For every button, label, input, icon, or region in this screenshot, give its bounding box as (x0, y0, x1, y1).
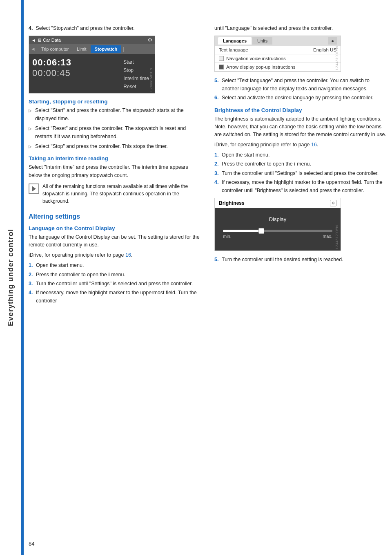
lang-arrow-checkbox[interactable] (219, 65, 224, 69)
sw-nav-right: | (121, 46, 126, 52)
sw-time-sub: 00:00:45 (32, 68, 117, 78)
section-altering-heading: Altering settings (29, 213, 202, 220)
lang-tab-languages[interactable]: Languages (218, 37, 252, 45)
note-box: All of the remaining functions remain av… (29, 183, 202, 205)
idrive-link-lang[interactable]: 16 (125, 252, 131, 258)
sw-menu-interim[interactable]: Interim time (121, 75, 151, 82)
bright-display-label: Display (223, 216, 332, 222)
language-para1: The language of the Control Display can … (29, 233, 202, 249)
main-content: 4. Select "Stopwatch" and press the cont… (29, 25, 388, 530)
lang-topbar: Languages Units ● (215, 36, 341, 46)
bright-step4: 4.If necessary, move the highlight marke… (214, 179, 388, 195)
lang-row-arrow: Arrow display pop-up instructions (215, 63, 341, 72)
bright-slider-labels: min. max. (223, 234, 332, 239)
sw-body: 00:06:13 00:00:45 Start Stop Interim tim… (29, 54, 155, 93)
note-icon (29, 184, 39, 194)
sw-watermark: LZ4461501EN (149, 68, 153, 92)
brightness-screenshot: Brightness ⚙ Display min. max. (214, 198, 341, 251)
stopwatch-screenshot: ◄ 🖥 Car Data ⚙ ◄ Trip computer Limit Sto… (29, 36, 155, 94)
bright-body: Display min. max. (215, 208, 341, 243)
bright-step2: 2.Press the controller to open the i men… (214, 160, 388, 168)
right-column: until "Language" is selected and press t… (214, 25, 388, 307)
lang-row-text: Text language English US (215, 46, 341, 54)
bright-step1: 1.Open the start menu. (214, 151, 388, 159)
starting-bullets: Select "Start" and press the controller.… (29, 107, 202, 150)
section-language-heading: Language on the Control Display (29, 225, 202, 231)
bright-step5: 5.Turn the controller until the desired … (214, 256, 388, 264)
bullet-stop: Select "Stop" and press the controller. … (29, 143, 202, 150)
language-idrive: iDrive, for operating principle refer to… (29, 251, 202, 259)
section2-para: Select "Interim time" and press the cont… (29, 163, 202, 179)
lang-row-voice: Navigation voice instructions (215, 54, 341, 63)
brightness-steps-list: 1.Open the start menu. 2.Press the contr… (214, 151, 388, 195)
two-column-layout: 4. Select "Stopwatch" and press the cont… (29, 25, 388, 307)
page-number: 84 (29, 541, 34, 547)
bright-slider-row (223, 230, 332, 232)
lang-step2: 2.Press the controller to open the i men… (29, 271, 202, 279)
bright-slider-track[interactable] (223, 230, 332, 232)
sw-nav-back: ◄ (29, 46, 37, 52)
languages-screenshot: Languages Units ● Text language English … (214, 36, 341, 72)
sw-menu-stop[interactable]: Stop (121, 67, 151, 74)
bright-min-label: min. (223, 234, 232, 239)
section-brightness-heading: Brightness of the Control Display (214, 107, 388, 113)
section-starting-heading: Starting, stopping or resetting (29, 98, 202, 105)
bright-slider-thumb (258, 228, 264, 234)
bright-watermark: LZ4451200EN (335, 225, 339, 249)
right-step5: 5.Select "Text language" and press the c… (214, 77, 388, 93)
bright-settings-icon: ⚙ (330, 200, 336, 206)
left-column: 4. Select "Stopwatch" and press the cont… (29, 25, 202, 307)
lang-tab-units[interactable]: Units (252, 37, 272, 45)
step4-intro: 4. Select "Stopwatch" and press the cont… (29, 25, 202, 32)
sw-menu-start[interactable]: Start (121, 59, 151, 65)
note-arrow-icon (32, 186, 36, 192)
sw-topbar-title: 🖥 Car Data (37, 38, 61, 43)
language-steps: 1.Open the start menu. 2.Press the contr… (29, 262, 202, 305)
sw-times: 00:06:13 00:00:45 (32, 57, 117, 90)
sw-nav-stopwatch[interactable]: Stopwatch (91, 45, 122, 53)
car-data-back-arrow: ◄ (31, 38, 36, 43)
note-text: All of the remaining functions remain av… (42, 183, 202, 205)
sw-nav-limit[interactable]: Limit (73, 45, 90, 53)
sw-settings-icon: ⚙ (148, 37, 152, 43)
bright-max-label: max. (323, 234, 332, 239)
section-interim-heading: Taking an interim time reading (29, 155, 202, 161)
bright-title: Brightness (219, 200, 245, 206)
sw-time-main: 00:06:13 (32, 57, 117, 68)
brightness-para: The brightness is automatically adapted … (214, 115, 388, 139)
idrive-link-bright[interactable]: 16 (311, 142, 317, 148)
sidebar-label: Everything under control (0, 0, 21, 555)
lang-settings-icon: ● (328, 37, 337, 45)
lang-step3: 3.Turn the controller until "Settings" i… (29, 280, 202, 288)
bright-topbar: Brightness ⚙ (215, 198, 341, 208)
step4-cont: until "Language" is selected and press t… (214, 25, 388, 32)
lang-step1: 1.Open the start menu. (29, 262, 202, 269)
lang-voice-checkbox[interactable] (219, 56, 224, 61)
sw-nav: ◄ Trip computer Limit Stopwatch | (29, 44, 155, 54)
lang-steps-right: 5.Select "Text language" and press the c… (214, 77, 388, 102)
brightness-idrive: iDrive, for operating principle refer to… (214, 141, 388, 149)
sw-menu-reset[interactable]: Reset (121, 83, 151, 90)
lang-watermark: LZ4431001EN (335, 46, 339, 70)
bright-step3: 3.Turn the controller until "Settings" i… (214, 170, 388, 177)
sw-menu: Start Stop Interim time Reset (121, 57, 151, 90)
bullet-reset: Select "Reset" and press the controller.… (29, 125, 202, 141)
bullet-start: Select "Start" and press the controller.… (29, 107, 202, 123)
sidebar-text: Everything under control (7, 229, 15, 326)
sw-nav-trip[interactable]: Trip computer (37, 45, 73, 53)
blue-bar (21, 0, 24, 555)
bright-slider-fill (223, 230, 261, 232)
sw-topbar: ◄ 🖥 Car Data ⚙ (29, 36, 155, 44)
lang-step4: 4.If necessary, move the highlight marke… (29, 289, 202, 305)
brightness-step5-list: 5.Turn the controller until the desired … (214, 256, 388, 264)
right-step6: 6.Select and activate the desired langua… (214, 94, 388, 102)
